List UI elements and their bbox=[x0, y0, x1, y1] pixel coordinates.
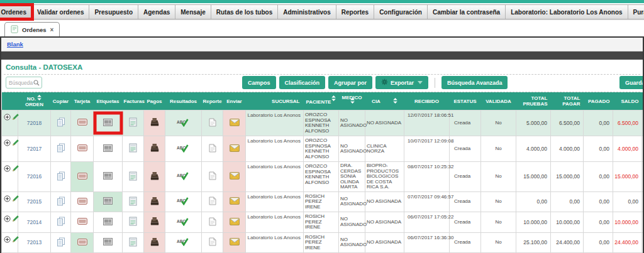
copy-icon[interactable] bbox=[57, 171, 65, 183]
envelope-icon[interactable] bbox=[230, 172, 240, 181]
invoice-icon[interactable] bbox=[129, 117, 137, 129]
card-icon[interactable] bbox=[77, 173, 87, 181]
report-icon[interactable] bbox=[209, 217, 216, 228]
search-box[interactable] bbox=[6, 77, 42, 89]
expand-icon[interactable] bbox=[4, 139, 11, 148]
copy-icon[interactable] bbox=[57, 117, 65, 129]
menu-item-laboratorio-laboratorio-los-anonos[interactable]: Laboratorio: Laboratorio Los Anonos bbox=[506, 5, 628, 19]
cell-no-orden[interactable]: 72017 bbox=[18, 136, 51, 162]
col-header-facturas[interactable]: Facturas bbox=[123, 92, 144, 110]
expand-icon[interactable] bbox=[4, 236, 11, 245]
advanced-search-button[interactable]: Búsqueda Avanzada bbox=[441, 76, 508, 89]
card-icon[interactable] bbox=[77, 119, 87, 127]
abc-check-icon[interactable]: ABC bbox=[176, 237, 191, 248]
card-icon[interactable] bbox=[77, 239, 87, 247]
abc-check-icon[interactable]: ABC bbox=[176, 217, 191, 228]
col-header-resultados[interactable]: Resultados bbox=[165, 92, 202, 110]
edit-icon[interactable] bbox=[12, 164, 19, 174]
cash-register-icon[interactable] bbox=[150, 196, 159, 208]
col-header-paciente[interactable]: PACIENTE bbox=[304, 92, 339, 110]
envelope-icon[interactable] bbox=[230, 238, 240, 247]
copy-icon[interactable] bbox=[57, 196, 65, 208]
abc-check-icon[interactable]: ABC bbox=[176, 118, 191, 129]
barcode-icon[interactable] bbox=[103, 238, 113, 247]
cell-no-orden[interactable]: 72016 bbox=[18, 162, 51, 192]
cash-register-icon[interactable] bbox=[150, 217, 159, 228]
barcode-icon[interactable] bbox=[103, 144, 113, 154]
card-icon[interactable] bbox=[77, 144, 87, 153]
col-header-medico[interactable]: MEDICO bbox=[339, 92, 365, 110]
menu-item-rutas-de-los-tubos[interactable]: Rutas de los tubos bbox=[211, 5, 278, 19]
abc-check-icon[interactable]: ABC bbox=[176, 171, 191, 182]
barcode-icon[interactable] bbox=[103, 172, 113, 181]
menu-item-validar-ordenes[interactable]: Validar ordenes bbox=[32, 5, 89, 19]
report-icon[interactable] bbox=[209, 171, 216, 182]
col-header-recibido[interactable]: RECIBIDO bbox=[404, 92, 450, 110]
agrupar-por-button[interactable]: Agrupar por bbox=[328, 76, 372, 89]
menu-item-presupuesto[interactable]: Presupuesto bbox=[89, 5, 138, 19]
cash-register-icon[interactable] bbox=[150, 117, 159, 129]
col-header-saldo-paciente[interactable]: SALDOPACIENTE bbox=[642, 92, 644, 110]
menu-item-cambiar-la-contrase-a[interactable]: Cambiar la contraseña bbox=[428, 5, 506, 19]
edit-icon[interactable] bbox=[12, 215, 19, 224]
invoice-icon[interactable] bbox=[129, 217, 137, 228]
col-header-copiar[interactable]: Copiar bbox=[51, 92, 71, 110]
invoice-icon[interactable] bbox=[129, 237, 137, 249]
cash-register-icon[interactable] bbox=[150, 143, 159, 154]
export-button[interactable]: Exportar bbox=[375, 76, 428, 89]
report-icon[interactable] bbox=[209, 196, 216, 207]
expand-icon[interactable] bbox=[4, 195, 11, 204]
envelope-icon[interactable] bbox=[230, 144, 240, 154]
cell-no-orden[interactable]: 72013 bbox=[18, 232, 51, 253]
tab-ordenes[interactable]: Ordenes × bbox=[4, 22, 60, 36]
envelope-icon[interactable] bbox=[230, 197, 240, 207]
menu-item-configuraci-n[interactable]: Configuración bbox=[374, 5, 428, 19]
cash-register-icon[interactable] bbox=[150, 171, 159, 183]
copy-icon[interactable] bbox=[57, 237, 65, 249]
copy-icon[interactable] bbox=[57, 143, 65, 154]
cash-register-icon[interactable] bbox=[150, 237, 159, 249]
copy-icon[interactable] bbox=[57, 217, 65, 228]
menu-item-agendas[interactable]: Agendas bbox=[138, 5, 175, 19]
invoice-icon[interactable] bbox=[129, 196, 137, 208]
col-header-tarjeta[interactable]: Tarjeta bbox=[71, 92, 94, 110]
invoice-icon[interactable] bbox=[129, 143, 137, 154]
col-header-total-pagar[interactable]: TOTALPAGAR bbox=[551, 92, 584, 110]
col-header-reporte[interactable]: Reporte bbox=[202, 92, 223, 110]
card-icon[interactable] bbox=[77, 218, 87, 227]
card-icon[interactable] bbox=[77, 198, 87, 207]
menu-item-ordenes[interactable]: Ordenes bbox=[0, 5, 32, 19]
report-icon[interactable] bbox=[209, 237, 216, 248]
invoice-icon[interactable] bbox=[129, 171, 137, 183]
expand-icon[interactable] bbox=[4, 165, 11, 174]
barcode-icon[interactable] bbox=[103, 218, 113, 227]
col-header-saldo[interactable]: SALDO bbox=[613, 92, 642, 110]
col-header-etiquetas[interactable]: Etiquetas bbox=[94, 92, 123, 110]
barcode-icon[interactable] bbox=[103, 119, 113, 128]
barcode-icon[interactable] bbox=[103, 197, 113, 207]
report-icon[interactable] bbox=[209, 118, 216, 129]
edit-icon[interactable] bbox=[12, 195, 19, 204]
menu-item-mensaje[interactable]: Mensaje bbox=[175, 5, 211, 19]
col-header-total-pruebas[interactable]: TOTALPRUEBAS bbox=[516, 92, 551, 110]
abc-check-icon[interactable]: ABC bbox=[176, 144, 191, 154]
menu-item-pura-vida-cloud[interactable]: Pura Vida Cloud bbox=[628, 5, 644, 19]
campos-button[interactable]: Campos bbox=[242, 76, 276, 89]
envelope-icon[interactable] bbox=[230, 218, 240, 227]
cell-no-orden[interactable]: 72015 bbox=[18, 191, 51, 212]
envelope-icon[interactable] bbox=[230, 119, 240, 128]
col-header-enviar[interactable]: Enviar bbox=[223, 92, 246, 110]
edit-icon[interactable] bbox=[12, 113, 19, 122]
edit-icon[interactable] bbox=[12, 139, 19, 148]
col-header-no-orden[interactable]: NO. ORDEN bbox=[18, 92, 51, 110]
col-header-expand[interactable] bbox=[2, 92, 18, 110]
menu-item-administrativos[interactable]: Administrativos bbox=[278, 5, 336, 19]
blank-link[interactable]: Blank bbox=[7, 41, 23, 48]
col-header-pagos[interactable]: Pagos bbox=[144, 92, 165, 110]
col-header-sucursal[interactable]: SUCURSAL bbox=[246, 92, 304, 110]
col-header-validada[interactable]: VALIDADA bbox=[481, 92, 516, 110]
close-icon[interactable]: × bbox=[50, 26, 54, 33]
menu-item-reportes[interactable]: Reportes bbox=[336, 5, 374, 19]
clasificaci-n-button[interactable]: Clasificación bbox=[279, 76, 326, 89]
expand-icon[interactable] bbox=[4, 114, 11, 122]
